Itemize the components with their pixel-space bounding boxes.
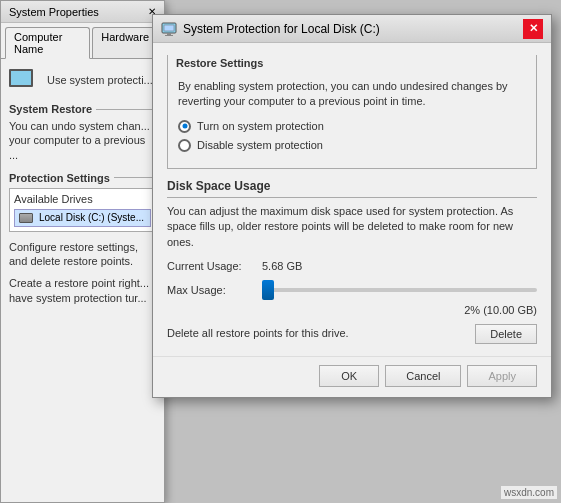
slider-percent: 2% (10.00 GB): [464, 304, 537, 316]
delete-button[interactable]: Delete: [475, 324, 537, 344]
radio-turn-on[interactable]: Turn on system protection: [178, 120, 526, 133]
current-usage-row: Current Usage: 5.68 GB: [167, 260, 537, 272]
dialog-titlebar: System Protection for Local Disk (C:) ✕: [153, 15, 551, 43]
svg-rect-2: [167, 33, 171, 35]
current-usage-label: Current Usage:: [167, 260, 262, 272]
ok-button[interactable]: OK: [319, 365, 379, 387]
slider-thumb[interactable]: [262, 280, 274, 300]
max-usage-label: Max Usage:: [167, 284, 262, 296]
radio-disable-label: Disable system protection: [197, 139, 323, 151]
svg-rect-1: [164, 25, 174, 31]
slider-percent-row: 2% (10.00 GB): [167, 304, 537, 316]
dialog-title: System Protection for Local Disk (C:): [183, 22, 523, 36]
disk-space-label: Disk Space Usage: [167, 179, 537, 198]
dialog-footer: OK Cancel Apply: [153, 356, 551, 397]
restore-settings-description: By enabling system protection, you can u…: [178, 79, 526, 110]
max-usage-slider-container: [262, 280, 537, 300]
radio-turn-on-label: Turn on system protection: [197, 120, 324, 132]
restore-settings-group: Restore Settings By enabling system prot…: [167, 55, 537, 169]
system-protection-dialog: System Protection for Local Disk (C:) ✕ …: [152, 14, 552, 398]
disk-space-usage-section: Disk Space Usage You can adjust the maxi…: [167, 179, 537, 344]
dialog-body: Restore Settings By enabling system prot…: [153, 43, 551, 356]
radio-turn-on-input[interactable]: [178, 120, 191, 133]
shield-icon: [161, 21, 177, 37]
delete-restore-label: Delete all restore points for this drive…: [167, 327, 349, 339]
watermark: wsxdn.com: [501, 486, 557, 499]
max-usage-row: Max Usage:: [167, 280, 537, 300]
svg-rect-3: [165, 35, 173, 36]
delete-restore-row: Delete all restore points for this drive…: [167, 326, 537, 344]
dialog-close-button[interactable]: ✕: [523, 19, 543, 39]
dialog-overlay: System Protection for Local Disk (C:) ✕ …: [0, 0, 561, 503]
restore-settings-content: By enabling system protection, you can u…: [168, 71, 536, 168]
slider-track: [262, 288, 537, 292]
apply-button[interactable]: Apply: [467, 365, 537, 387]
radio-disable-input[interactable]: [178, 139, 191, 152]
disk-description: You can adjust the maximum disk space us…: [167, 204, 537, 250]
current-usage-value: 5.68 GB: [262, 260, 302, 272]
tab-computer-name[interactable]: Computer Name: [5, 27, 90, 59]
radio-disable[interactable]: Disable system protection: [178, 139, 526, 152]
cancel-button[interactable]: Cancel: [385, 365, 461, 387]
restore-settings-label: Restore Settings: [168, 55, 536, 71]
